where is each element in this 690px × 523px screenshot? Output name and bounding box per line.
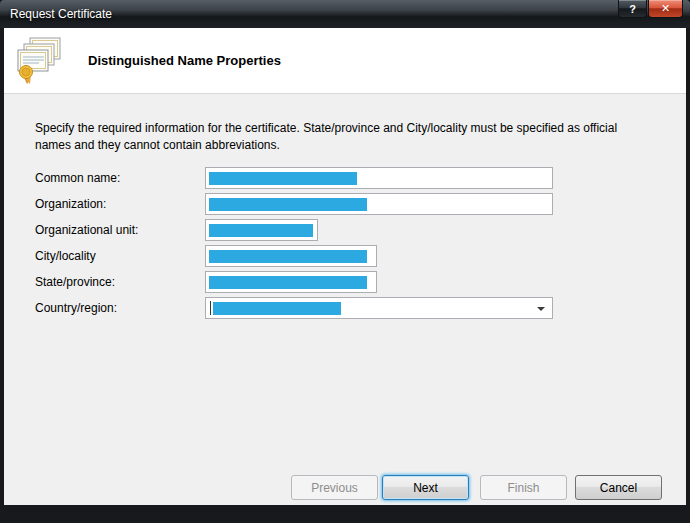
- state-province-label: State/province:: [35, 275, 205, 289]
- dialog-client-area: Distinguished Name Properties Specify th…: [4, 28, 686, 505]
- city-locality-label: City/locality: [35, 249, 205, 263]
- certificate-icon: [14, 36, 66, 86]
- wizard-buttons: Previous Next Finish Cancel: [291, 475, 662, 500]
- close-button[interactable]: ✕: [648, 0, 683, 18]
- field-row: State/province:: [35, 271, 686, 293]
- wizard-header: Distinguished Name Properties: [4, 28, 686, 94]
- finish-button[interactable]: Finish: [480, 475, 567, 500]
- request-certificate-dialog: Request Certificate ? ✕: [0, 0, 690, 523]
- help-button[interactable]: ?: [618, 0, 647, 18]
- distinguished-name-form: Common name: Organization: Organizationa…: [35, 167, 686, 319]
- next-button[interactable]: Next: [382, 475, 469, 500]
- instructions-text: Specify the required information for the…: [35, 120, 633, 154]
- organizational-unit-input[interactable]: [205, 219, 318, 241]
- help-icon: ?: [629, 3, 636, 15]
- redacted-value: [209, 198, 367, 211]
- organizational-unit-label: Organizational unit:: [35, 223, 205, 237]
- field-row: Common name:: [35, 167, 686, 189]
- organization-input[interactable]: [205, 193, 553, 215]
- field-row: City/locality: [35, 245, 686, 267]
- field-row: Organization:: [35, 193, 686, 215]
- cancel-button[interactable]: Cancel: [575, 475, 662, 500]
- window-title: Request Certificate: [10, 7, 112, 21]
- redacted-value: [209, 172, 357, 185]
- city-locality-input[interactable]: [205, 245, 377, 267]
- redacted-value: [213, 302, 341, 315]
- common-name-input[interactable]: [205, 167, 553, 189]
- organization-label: Organization:: [35, 197, 205, 211]
- dropdown-arrow-icon[interactable]: [537, 307, 545, 311]
- caption-buttons: ? ✕: [618, 0, 683, 18]
- previous-button[interactable]: Previous: [291, 475, 378, 500]
- field-row: Organizational unit:: [35, 219, 686, 241]
- common-name-label: Common name:: [35, 171, 205, 185]
- country-region-select[interactable]: [205, 297, 553, 319]
- text-caret: [210, 301, 211, 315]
- close-icon: ✕: [661, 2, 670, 15]
- redacted-value: [209, 276, 367, 289]
- page-title: Distinguished Name Properties: [88, 53, 281, 68]
- field-row: Country/region:: [35, 297, 686, 319]
- redacted-value: [209, 250, 367, 263]
- country-region-label: Country/region:: [35, 301, 205, 315]
- state-province-input[interactable]: [205, 271, 377, 293]
- titlebar[interactable]: Request Certificate ? ✕: [0, 0, 690, 28]
- redacted-value: [209, 224, 313, 237]
